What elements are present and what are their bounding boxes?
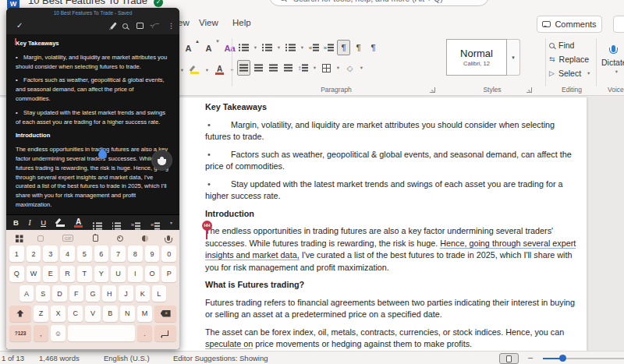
grow-font-button[interactable]: A▲ (182, 41, 195, 56)
key-q[interactable]: Q (9, 266, 24, 282)
dropdown-caret-icon[interactable]: ▾ (204, 67, 211, 73)
print-layout-view-button[interactable] (499, 353, 519, 364)
dictate-button[interactable] (612, 41, 615, 55)
key-g[interactable]: G (86, 285, 100, 302)
dropdown-caret-icon[interactable]: ▾ (299, 44, 306, 51)
tab-view[interactable]: View (199, 18, 218, 27)
dropdown-caret-icon[interactable]: ▾ (275, 44, 282, 51)
dropdown-caret-icon[interactable]: ▾ (311, 65, 318, 71)
overflow-menu-icon[interactable]: ⋮ (168, 23, 175, 30)
enter-key[interactable] (154, 325, 176, 341)
key-7[interactable]: 7 (111, 246, 126, 262)
key-z[interactable]: Z (34, 306, 48, 322)
font-color-button[interactable]: A (213, 62, 226, 78)
dropdown-caret-icon[interactable]: ▾ (335, 65, 342, 71)
key-2[interactable]: 2 (27, 246, 41, 262)
ink-pen-icon[interactable] (110, 22, 116, 29)
key-m[interactable]: M (137, 306, 152, 322)
key-r[interactable]: R (60, 266, 75, 282)
key-a[interactable]: A (20, 285, 34, 302)
comments-button[interactable]: Comments (537, 16, 602, 33)
key-i[interactable]: I (128, 266, 143, 282)
increase-indent-button[interactable]: » (322, 40, 335, 55)
mobile-view-icon[interactable] (136, 23, 144, 29)
underline-button[interactable]: U (41, 218, 46, 227)
key-4[interactable]: 4 (60, 246, 75, 262)
decrease-indent-button[interactable]: « (151, 216, 160, 230)
collapse-caret-icon[interactable]: ▾ (170, 220, 172, 225)
dropdown-caret-icon[interactable]: ▾ (179, 67, 186, 73)
borders-button[interactable] (320, 60, 333, 76)
key-n[interactable]: N (120, 306, 135, 322)
key-w[interactable]: W (27, 266, 41, 282)
backspace-key[interactable]: × (154, 306, 176, 322)
key-1[interactable]: 1 (9, 246, 24, 262)
space-key[interactable] (68, 325, 135, 341)
decrease-indent-button[interactable]: « (307, 40, 321, 55)
key-6[interactable]: 6 (94, 246, 109, 262)
clipboard-icon[interactable] (93, 235, 98, 242)
find-button[interactable]: Find (549, 41, 574, 50)
key-8[interactable]: 8 (128, 246, 143, 262)
key-v[interactable]: V (85, 306, 100, 322)
keyboard-mic-icon[interactable] (167, 235, 170, 241)
tab-help[interactable]: Help (232, 18, 251, 27)
sticker-icon[interactable] (37, 235, 44, 242)
page-indicator[interactable]: 1 of 13 (2, 354, 24, 362)
emoji-key[interactable]: ☺ (51, 325, 66, 341)
paragraph-dialog-launcher[interactable] (430, 87, 435, 93)
key-k[interactable]: K (136, 285, 150, 302)
key-s[interactable]: S (36, 285, 50, 302)
key-d[interactable]: D (52, 285, 66, 302)
key-f[interactable]: F (69, 285, 83, 302)
key-c[interactable]: C (68, 306, 83, 322)
document-title[interactable]: 10 Best Features To Trade (28, 0, 147, 6)
search-box[interactable]: Search for tools, help, and more (Alt + … (269, 0, 489, 6)
word-count[interactable]: 1,468 words (39, 354, 80, 362)
align-center-button[interactable] (252, 60, 265, 76)
select-button[interactable]: ▷ Select ▾ (549, 69, 592, 78)
rtl-paragraph-button[interactable]: ¶ (352, 40, 365, 55)
dropdown-caret-icon[interactable]: ▾ (358, 65, 365, 71)
align-right-button[interactable] (267, 60, 280, 76)
justify-button[interactable] (282, 60, 295, 76)
share-button-partial[interactable] (613, 16, 624, 33)
ltr-paragraph-button-selected[interactable]: ¶ (337, 40, 350, 55)
gif-icon[interactable]: GIF (62, 235, 73, 242)
done-check-icon[interactable]: ✓ (16, 21, 23, 30)
key-j[interactable]: J (119, 285, 133, 302)
keyboard-apps-grid-icon[interactable] (16, 235, 19, 238)
shrink-font-button[interactable]: A▼ (202, 41, 215, 56)
document-content[interactable]: Key Takeaways•Margin, volatility, and li… (205, 101, 583, 351)
key-l[interactable]: L (152, 285, 166, 302)
line-spacing-button[interactable]: ↕ (296, 60, 310, 76)
key-b[interactable]: B (103, 306, 118, 322)
undo-icon[interactable] (152, 23, 159, 28)
editor-suggestions-indicator[interactable]: Editor Suggestions: Showing (173, 354, 268, 362)
keyboard-theme-icon[interactable] (142, 235, 148, 242)
zoom-out-button[interactable]: – (528, 352, 533, 362)
multilevel-list-button[interactable] (284, 40, 297, 55)
align-left-button-selected[interactable] (237, 60, 250, 76)
key-o[interactable]: O (145, 266, 160, 282)
dropdown-caret-icon[interactable]: ▾ (252, 44, 259, 51)
replace-button[interactable]: ⇆ Replace (549, 55, 589, 64)
style-gallery-dropdown[interactable]: ▾ (507, 39, 520, 76)
key-h[interactable]: H (102, 285, 116, 302)
bold-button[interactable]: B (13, 218, 19, 227)
key-e[interactable]: E (43, 266, 58, 282)
key-3[interactable]: 3 (43, 246, 58, 262)
highlight-button[interactable] (56, 219, 65, 227)
keyboard-settings-icon[interactable] (117, 235, 123, 242)
key-5[interactable]: 5 (77, 246, 92, 262)
key-9[interactable]: 9 (145, 246, 160, 262)
font-color-button[interactable]: A (74, 218, 83, 228)
dictate-dropdown[interactable]: ▾ (613, 69, 620, 75)
phone-search-icon[interactable] (122, 23, 128, 29)
phone-document-content[interactable]: Key Takeaways•Margin, volatility, and li… (6, 34, 179, 214)
style-gallery-normal[interactable]: Normal Calibri, 12 (446, 39, 507, 76)
styles-dialog-launcher[interactable] (526, 87, 532, 93)
phone-mirror-overlay[interactable]: 10 Best Features To Trade - Saved ✓ ⋮ Ke… (6, 8, 179, 349)
language-indicator[interactable]: English (U.S.) (104, 354, 150, 362)
shading-button[interactable]: ◇ (343, 60, 356, 76)
